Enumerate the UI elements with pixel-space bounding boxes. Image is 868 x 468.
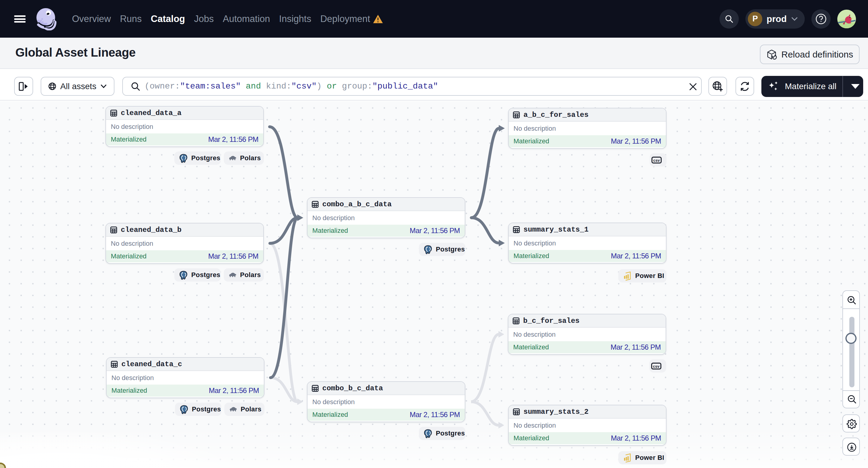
svg-text:csv: csv [653, 364, 659, 368]
svg-text:csv: csv [653, 158, 660, 162]
